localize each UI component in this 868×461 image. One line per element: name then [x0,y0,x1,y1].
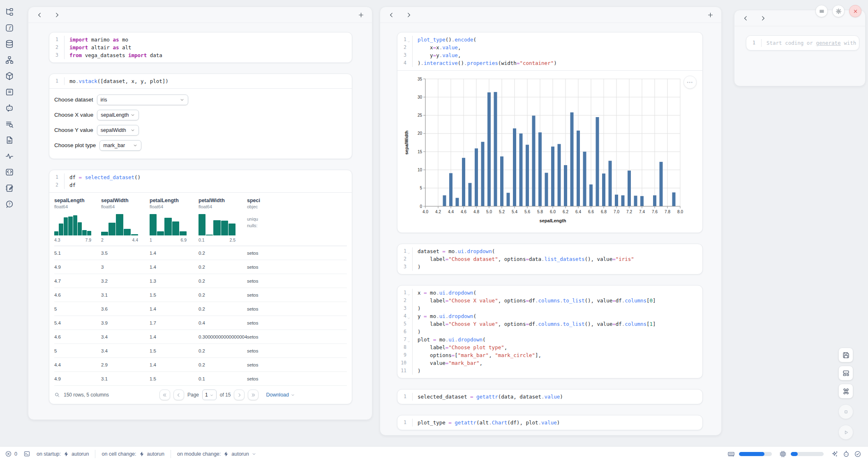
code-line: 3) [397,304,702,312]
column-header-sepalWidth[interactable]: sepalWidthfloat6424.4 [101,198,150,242]
plot-type-select[interactable]: mark_bar [99,140,141,151]
code-editor[interactable]: 1x = mo.ui.dropdown(2 label="Choose X va… [397,286,702,378]
chevron-down-icon [130,128,135,133]
table-cell: 1.5 [150,293,199,297]
code-editor[interactable]: 1plot_type().encode(2 x=x.value,3 y=y.va… [397,32,702,70]
svg-text:5.4: 5.4 [512,210,517,214]
sidebar-item-hierarchy[interactable] [4,55,15,65]
histogram-bar [213,220,220,235]
stop-button[interactable] [838,404,853,419]
token: ) [418,60,421,66]
sidebar-item-help-bubble[interactable]: ? [4,199,15,210]
fold-button[interactable] [406,249,411,254]
table-cell: setos [247,334,268,339]
chevron-down-icon [407,338,411,341]
sidebar-item-scratchpad[interactable] [4,183,15,194]
sidebar-item-function-square[interactable]: f [4,23,15,33]
fold-button[interactable] [406,337,411,342]
token: . [455,248,458,254]
sidebar-item-chat-bot[interactable] [4,103,15,113]
last-page-button[interactable] [248,390,259,400]
command-button[interactable] [838,384,853,399]
token: . [560,297,563,304]
save-button[interactable] [838,348,853,362]
add-cell-button[interactable] [356,9,366,20]
table-row: 4.42.91.40.2setos [54,358,347,372]
sparkles-button[interactable] [831,450,838,458]
x-value-select[interactable]: sepalLength [97,110,139,120]
sidebar-item-file-tree[interactable] [4,7,15,17]
column-header-speci[interactable]: speciobjecuniqunulls: [247,198,272,242]
line-number: 1 [397,247,406,255]
next-cell-button[interactable] [403,9,414,20]
runtime-config-2[interactable]: on cell change:autorun [102,451,164,457]
close-button[interactable] [849,5,861,17]
chart-menu-button[interactable]: ••• [683,76,697,89]
layout-grid-button[interactable] [838,366,853,380]
fold-button[interactable] [406,37,411,42]
code-editor[interactable]: 1Start coding or generate with [746,36,859,50]
code-editor[interactable]: 1plot_type = getattr(alt.Chart(df), plot… [397,415,702,430]
line-number: 3 [397,51,406,59]
prev-cell-button[interactable] [386,9,397,20]
y-value-select[interactable]: sepalWidth [97,125,139,136]
sidebar-item-code-snippets[interactable] [4,167,15,177]
cpu-icon [779,450,787,458]
sidebar-item-logs-search[interactable] [4,119,15,129]
fold-button[interactable] [406,290,411,295]
code-editor[interactable]: 1selected_dataset = getattr(data, datase… [397,390,702,404]
runtime-config-1[interactable]: on startup:autorun [37,451,89,457]
first-page-button[interactable] [159,390,170,400]
token: getattr [476,394,498,400]
column-histogram [199,214,235,235]
token: () [458,60,464,66]
table-cell: 2.9 [101,362,150,367]
table-header-row: sepalLengthfloat644.37.9sepalWidthfloat6… [54,193,347,246]
sidebar-item-activity[interactable] [4,151,15,161]
column-dtype: float64 [101,204,145,209]
add-cell-button[interactable] [705,9,716,20]
column-header-petalWidth[interactable]: petalWidthfloat640.12.5 [199,198,247,242]
column-header-sepalLength[interactable]: sepalLengthfloat644.37.9 [54,198,101,242]
token [473,394,476,400]
sidebar-item-scroll-script[interactable] [4,87,15,97]
table-cell: 3.4 [101,334,150,339]
runtime-config-3[interactable]: on module change:autorun [177,451,256,457]
code-content: y = mo.ui.dropdown( [413,312,476,320]
prev-cell-button[interactable] [34,9,45,20]
fold-button[interactable] [406,314,411,318]
token: "mark_bar" [458,352,489,358]
prev-page-button[interactable] [173,390,184,400]
sidebar-item-package-cube[interactable] [4,71,15,81]
next-cell-button[interactable] [51,9,62,20]
page-select[interactable]: 1 [202,390,217,400]
line-gutter: 9 [397,351,413,359]
selected-dataset-cell: 1selected_dataset = getattr(data, datase… [397,389,703,404]
code-editor[interactable]: 1df = selected_dataset()2df [49,170,352,192]
download-button[interactable]: Download [263,392,298,398]
svg-text:15: 15 [418,150,422,154]
sidebar-item-file-text[interactable] [4,135,15,145]
terminal-button[interactable] [23,450,30,457]
code-editor[interactable]: 1mo.vstack([dataset, x, y, plot]) [49,74,352,88]
menu-button[interactable] [815,5,828,17]
code-editor[interactable]: 1dataset = mo.ui.dropdown(2 label="Choos… [397,244,702,274]
code-editor[interactable]: 1import marimo as mo2import altair as al… [49,32,352,62]
column-header-petalLength[interactable]: petalLengthfloat6416.9 [150,198,199,242]
histogram-bar [64,217,68,235]
sidebar-item-database[interactable] [4,39,15,49]
error-indicator[interactable]: 0 [5,450,17,457]
next-cell-button[interactable] [757,13,768,23]
code-content: ) [413,328,421,336]
check-circle-button[interactable] [854,450,861,458]
bot-button[interactable] [843,450,850,458]
line-gutter: 5 [397,320,413,328]
prev-cell-button[interactable] [740,13,751,23]
line-number: 1 [746,39,755,47]
token: "mark_circle" [495,352,535,358]
settings-button[interactable] [832,5,845,17]
dataset-select[interactable]: iris [97,95,188,105]
token: dropdown [458,337,482,343]
run-button[interactable] [838,425,853,440]
next-page-button[interactable] [234,390,245,400]
